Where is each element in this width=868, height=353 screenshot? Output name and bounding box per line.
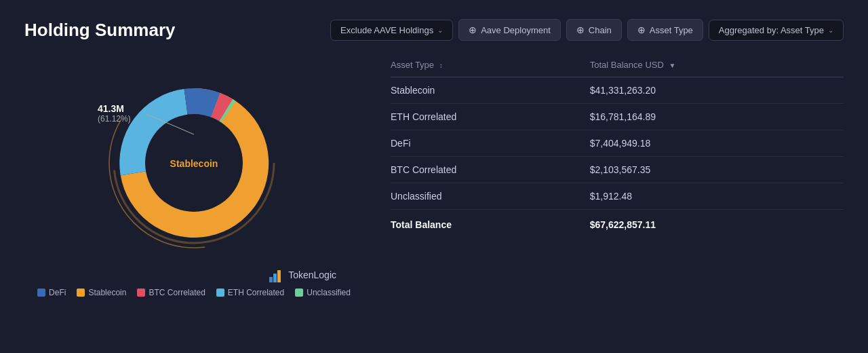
- svg-rect-7: [277, 270, 281, 282]
- legend-color-eth: [216, 289, 224, 297]
- legend-item-btc: BTC Correlated: [137, 288, 205, 297]
- col-header-asset-type[interactable]: Asset Type ↕: [391, 54, 590, 77]
- main-content: 41.3M (61.12%): [24, 54, 844, 334]
- aggregated-by-button[interactable]: Aggregated by: Asset Type ⌄: [709, 20, 844, 41]
- table-header-row: Asset Type ↕ Total Balance USD ▼: [391, 54, 844, 77]
- tokenlogic-icon: [269, 267, 284, 282]
- sort-icon-balance: ▼: [669, 62, 676, 69]
- asset-type-button[interactable]: ⊕ Asset Type: [627, 19, 703, 41]
- annotation-line: [85, 61, 302, 265]
- table-row: Stablecoin $41,331,263.20: [391, 77, 844, 104]
- legend-item-eth: ETH Correlated: [216, 288, 284, 297]
- table-row: DeFi $7,404,949.18: [391, 130, 844, 157]
- asset-type-cell: Stablecoin: [391, 77, 590, 104]
- chart-legend: DeFi Stablecoin BTC Correlated ETH Corre…: [37, 288, 351, 297]
- table-total-row: Total Balance $67,622,857.11: [391, 210, 844, 238]
- table-row: BTC Correlated $2,103,567.35: [391, 157, 844, 183]
- sort-icon-asset: ↕: [439, 62, 443, 69]
- svg-rect-8: [269, 277, 273, 282]
- tokenlogic-logo: TokenLogic: [24, 267, 363, 282]
- table-row: Unclassified $1,912.48: [391, 183, 844, 210]
- svg-line-0: [146, 114, 194, 134]
- chevron-down-aggregated-icon: ⌄: [828, 26, 833, 34]
- legend-color-stablecoin: [77, 289, 85, 297]
- legend-item-stablecoin: Stablecoin: [77, 288, 126, 297]
- balance-cell: $7,404,949.18: [590, 130, 844, 157]
- total-value: $67,622,857.11: [590, 210, 844, 238]
- plus-icon-asset: ⊕: [637, 24, 646, 35]
- chart-area: 41.3M (61.12%): [24, 54, 363, 334]
- chain-button[interactable]: ⊕ Chain: [566, 19, 622, 41]
- balance-cell: $1,912.48: [590, 183, 844, 210]
- legend-color-btc: [137, 289, 145, 297]
- page-header: Holding Summary Exclude AAVE Holdings ⌄ …: [24, 19, 844, 41]
- legend-item-defi: DeFi: [37, 288, 66, 297]
- balance-cell: $41,331,263.20: [590, 77, 844, 104]
- donut-annotation-sub: (61.12%): [98, 114, 131, 124]
- table-area: Asset Type ↕ Total Balance USD ▼ Stablec…: [363, 54, 844, 334]
- chevron-down-icon: ⌄: [437, 26, 443, 34]
- asset-type-cell: ETH Correlated: [391, 104, 590, 130]
- plus-icon-chain: ⊕: [576, 24, 585, 35]
- table-row: ETH Correlated $16,781,164.89: [391, 104, 844, 130]
- balance-cell: $2,103,567.35: [590, 157, 844, 183]
- asset-type-cell: DeFi: [391, 130, 590, 157]
- legend-color-unclassified: [295, 289, 303, 297]
- legend-color-defi: [37, 289, 45, 297]
- plus-icon: ⊕: [469, 24, 477, 35]
- exclude-aave-button[interactable]: Exclude AAVE Holdings ⌄: [330, 20, 453, 41]
- aave-deployment-button[interactable]: ⊕ Aave Deployment: [458, 19, 561, 41]
- donut-annotation-main: 41.3M: [98, 103, 131, 114]
- controls-bar: Exclude AAVE Holdings ⌄ ⊕ Aave Deploymen…: [330, 19, 844, 41]
- svg-rect-6: [273, 274, 277, 282]
- holdings-table: Asset Type ↕ Total Balance USD ▼ Stablec…: [391, 54, 844, 238]
- legend-item-unclassified: Unclassified: [295, 288, 351, 297]
- col-header-balance[interactable]: Total Balance USD ▼: [590, 54, 844, 77]
- asset-type-cell: Unclassified: [391, 183, 590, 210]
- balance-cell: $16,781,164.89: [590, 104, 844, 130]
- total-label: Total Balance: [391, 210, 590, 238]
- page-title: Holding Summary: [24, 20, 175, 41]
- asset-type-cell: BTC Correlated: [391, 157, 590, 183]
